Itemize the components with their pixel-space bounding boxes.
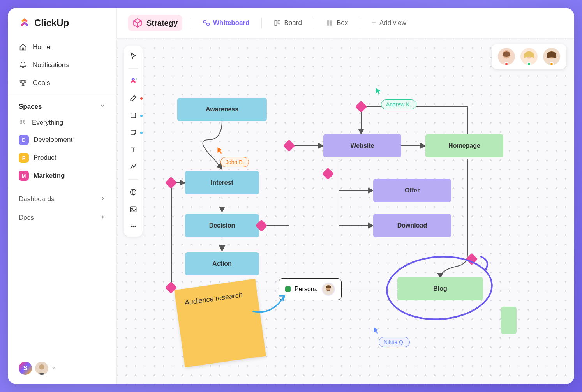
node-edge[interactable]: [501, 307, 517, 334]
connector-handle[interactable]: [165, 177, 177, 189]
chevron-down-icon: [99, 102, 106, 111]
add-view-button[interactable]: + Add view: [368, 16, 410, 30]
user-tag-nikita: Nikita Q.: [379, 337, 410, 347]
more-tool[interactable]: [129, 222, 138, 231]
svg-point-1: [23, 120, 24, 122]
space-product[interactable]: P Product: [8, 149, 116, 167]
cursor-andrew: [375, 87, 383, 95]
space-title-chip[interactable]: Strategy: [128, 15, 182, 31]
svg-point-5: [39, 364, 44, 370]
node-offer[interactable]: Offer: [373, 179, 451, 202]
board-icon: [273, 19, 281, 27]
view-board[interactable]: Board: [270, 17, 306, 29]
connector-handle[interactable]: [466, 253, 478, 265]
nav-label: Notifications: [33, 61, 69, 69]
sticky-tool[interactable]: [129, 128, 138, 137]
nav-label: Home: [33, 43, 50, 51]
clickup-new-tool[interactable]: +: [129, 76, 138, 86]
svg-rect-8: [275, 20, 277, 26]
node-persona[interactable]: Persona: [279, 278, 342, 300]
avatar[interactable]: [498, 48, 515, 65]
view-box[interactable]: Box: [322, 17, 352, 29]
sidebar-footer: S: [8, 362, 116, 375]
user-tag-john: John B.: [220, 157, 249, 167]
nav-home[interactable]: Home: [8, 38, 116, 56]
whiteboard-canvas[interactable]: +: [117, 39, 574, 384]
svg-point-0: [21, 120, 22, 122]
shape-tool[interactable]: [129, 111, 138, 120]
space-badge: M: [19, 171, 29, 181]
nav-notifications[interactable]: Notifications: [8, 56, 116, 74]
cube-icon: [132, 18, 143, 28]
main: Strategy Whiteboard Board: [117, 8, 574, 384]
bell-icon: [19, 61, 27, 69]
space-label: Everything: [32, 119, 63, 127]
sidebar: ClickUp Home Notifications Goals Spaces: [8, 8, 117, 384]
logo[interactable]: ClickUp: [8, 17, 116, 38]
connector-handle[interactable]: [355, 101, 367, 113]
pen-tool[interactable]: [129, 94, 138, 103]
text-tool[interactable]: [129, 145, 138, 154]
nav-goals[interactable]: Goals: [8, 74, 116, 92]
chevron-down-icon[interactable]: [51, 365, 56, 372]
svg-rect-12: [327, 23, 329, 26]
space-label: Product: [34, 154, 56, 162]
select-tool[interactable]: [129, 51, 138, 60]
space-marketing[interactable]: M Marketing: [8, 167, 116, 185]
grid-icon: [19, 118, 27, 127]
docs-header[interactable]: Docs: [8, 207, 116, 226]
nav-label: Goals: [33, 79, 50, 87]
node-blog[interactable]: Blog: [397, 277, 483, 300]
space-badge: P: [19, 153, 29, 163]
svg-point-6: [203, 20, 206, 23]
chevron-right-icon: [100, 214, 106, 222]
space-label: Development: [34, 136, 72, 144]
node-website[interactable]: Website: [323, 134, 401, 157]
svg-point-3: [23, 123, 24, 124]
whiteboard-icon: [202, 19, 210, 27]
avatar[interactable]: [543, 48, 560, 65]
svg-rect-15: [131, 113, 136, 118]
svg-point-20: [132, 226, 134, 227]
connector-tool[interactable]: [129, 162, 138, 171]
svg-point-18: [132, 208, 133, 209]
chevron-right-icon: [100, 195, 106, 203]
plus-icon: +: [372, 19, 376, 28]
space-development[interactable]: D Development: [8, 131, 116, 149]
collaborator-bar: [492, 44, 566, 69]
connector-handle[interactable]: [283, 139, 295, 152]
topbar: Strategy Whiteboard Board: [117, 8, 574, 39]
view-whiteboard[interactable]: Whiteboard: [198, 17, 254, 29]
home-icon: [19, 43, 27, 51]
connector-handle[interactable]: [322, 168, 334, 180]
status-square: [285, 286, 291, 292]
node-download[interactable]: Download: [373, 214, 451, 237]
svg-point-19: [131, 226, 132, 227]
logo-icon: [19, 17, 30, 29]
dashboards-header[interactable]: Dashboards: [8, 188, 116, 207]
node-interest[interactable]: Interest: [185, 171, 259, 194]
spaces-header[interactable]: Spaces: [8, 95, 116, 115]
sticky-note[interactable]: Audience research: [174, 279, 266, 367]
svg-point-2: [21, 123, 22, 124]
node-awareness[interactable]: Awareness: [177, 98, 267, 121]
node-action[interactable]: Action: [185, 252, 259, 275]
node-decision[interactable]: Decision: [185, 214, 259, 237]
trophy-icon: [19, 79, 27, 87]
svg-rect-11: [330, 20, 332, 23]
avatar[interactable]: [520, 48, 538, 65]
logo-text: ClickUp: [34, 18, 69, 28]
svg-rect-10: [327, 20, 329, 23]
svg-rect-9: [278, 20, 280, 24]
cursor-john: [217, 146, 224, 155]
node-homepage[interactable]: Homepage: [425, 134, 503, 157]
web-tool[interactable]: [129, 187, 138, 197]
image-tool[interactable]: [129, 205, 138, 214]
user-avatar[interactable]: S: [19, 362, 32, 375]
space-everything[interactable]: Everything: [8, 115, 116, 131]
svg-text:+: +: [136, 77, 137, 81]
space-title: Strategy: [146, 19, 178, 28]
cursor-nikita: [373, 326, 381, 335]
user-avatar[interactable]: [35, 362, 48, 375]
svg-rect-13: [330, 23, 332, 26]
